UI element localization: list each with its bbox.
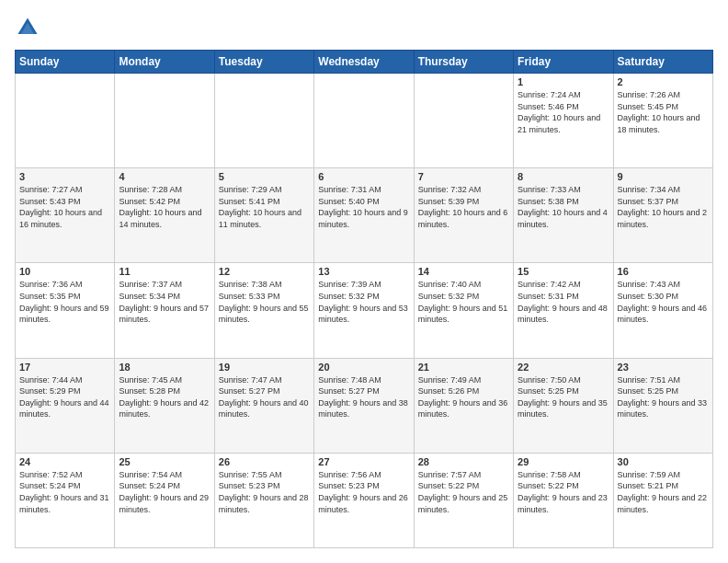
day-number: 15 <box>518 266 609 277</box>
day-cell: 12Sunrise: 7:38 AM Sunset: 5:33 PM Dayli… <box>214 263 313 358</box>
day-info: Sunrise: 7:51 AM Sunset: 5:25 PM Dayligh… <box>618 374 709 420</box>
day-cell: 2Sunrise: 7:26 AM Sunset: 5:45 PM Daylig… <box>613 74 712 168</box>
day-cell: 23Sunrise: 7:51 AM Sunset: 5:25 PM Dayli… <box>613 358 712 453</box>
day-info: Sunrise: 7:42 AM Sunset: 5:31 PM Dayligh… <box>518 279 609 325</box>
day-cell: 11Sunrise: 7:37 AM Sunset: 5:34 PM Dayli… <box>115 263 214 358</box>
day-number: 16 <box>618 266 709 277</box>
day-cell: 8Sunrise: 7:33 AM Sunset: 5:38 PM Daylig… <box>514 168 613 263</box>
day-info: Sunrise: 7:39 AM Sunset: 5:32 PM Dayligh… <box>318 279 409 325</box>
day-info: Sunrise: 7:59 AM Sunset: 5:21 PM Dayligh… <box>618 469 709 515</box>
day-number: 3 <box>19 171 110 182</box>
weekday-header-sunday: Sunday <box>16 51 115 74</box>
day-cell: 29Sunrise: 7:58 AM Sunset: 5:22 PM Dayli… <box>514 453 613 547</box>
day-number: 8 <box>518 171 609 182</box>
day-cell: 9Sunrise: 7:34 AM Sunset: 5:37 PM Daylig… <box>613 168 712 263</box>
day-cell: 14Sunrise: 7:40 AM Sunset: 5:32 PM Dayli… <box>414 263 513 358</box>
day-number: 13 <box>318 266 409 277</box>
day-cell: 26Sunrise: 7:55 AM Sunset: 5:23 PM Dayli… <box>214 453 313 547</box>
day-info: Sunrise: 7:44 AM Sunset: 5:29 PM Dayligh… <box>19 374 110 420</box>
day-info: Sunrise: 7:50 AM Sunset: 5:25 PM Dayligh… <box>518 374 609 420</box>
calendar: SundayMondayTuesdayWednesdayThursdayFrid… <box>15 50 713 548</box>
day-cell: 22Sunrise: 7:50 AM Sunset: 5:25 PM Dayli… <box>514 358 613 453</box>
day-info: Sunrise: 7:54 AM Sunset: 5:24 PM Dayligh… <box>119 469 210 515</box>
week-row-1: 1Sunrise: 7:24 AM Sunset: 5:46 PM Daylig… <box>16 74 713 168</box>
day-number: 9 <box>618 171 709 182</box>
weekday-header-saturday: Saturday <box>613 51 712 74</box>
weekday-header-thursday: Thursday <box>414 51 513 74</box>
day-info: Sunrise: 7:28 AM Sunset: 5:42 PM Dayligh… <box>119 184 210 230</box>
day-number: 24 <box>19 456 110 467</box>
day-info: Sunrise: 7:43 AM Sunset: 5:30 PM Dayligh… <box>618 279 709 325</box>
weekday-header-friday: Friday <box>514 51 613 74</box>
day-cell: 3Sunrise: 7:27 AM Sunset: 5:43 PM Daylig… <box>16 168 115 263</box>
week-row-2: 3Sunrise: 7:27 AM Sunset: 5:43 PM Daylig… <box>16 168 713 263</box>
day-info: Sunrise: 7:32 AM Sunset: 5:39 PM Dayligh… <box>418 184 509 230</box>
day-info: Sunrise: 7:45 AM Sunset: 5:28 PM Dayligh… <box>119 374 210 420</box>
page: SundayMondayTuesdayWednesdayThursdayFrid… <box>0 0 728 563</box>
day-number: 4 <box>119 171 210 182</box>
day-cell: 24Sunrise: 7:52 AM Sunset: 5:24 PM Dayli… <box>16 453 115 547</box>
week-row-5: 24Sunrise: 7:52 AM Sunset: 5:24 PM Dayli… <box>16 453 713 547</box>
day-number: 20 <box>318 362 409 373</box>
day-cell: 15Sunrise: 7:42 AM Sunset: 5:31 PM Dayli… <box>514 263 613 358</box>
day-number: 28 <box>418 456 509 467</box>
day-cell: 19Sunrise: 7:47 AM Sunset: 5:27 PM Dayli… <box>214 358 313 453</box>
day-info: Sunrise: 7:52 AM Sunset: 5:24 PM Dayligh… <box>19 469 110 515</box>
day-number: 14 <box>418 266 509 277</box>
day-cell: 25Sunrise: 7:54 AM Sunset: 5:24 PM Dayli… <box>115 453 214 547</box>
day-info: Sunrise: 7:49 AM Sunset: 5:26 PM Dayligh… <box>418 374 509 420</box>
day-info: Sunrise: 7:27 AM Sunset: 5:43 PM Dayligh… <box>19 184 110 230</box>
day-cell <box>115 74 214 168</box>
day-cell: 28Sunrise: 7:57 AM Sunset: 5:22 PM Dayli… <box>414 453 513 547</box>
day-number: 22 <box>518 362 609 373</box>
day-number: 19 <box>219 362 310 373</box>
day-info: Sunrise: 7:57 AM Sunset: 5:22 PM Dayligh… <box>418 469 509 515</box>
day-info: Sunrise: 7:40 AM Sunset: 5:32 PM Dayligh… <box>418 279 509 325</box>
day-cell <box>314 74 414 168</box>
day-number: 11 <box>119 266 210 277</box>
day-number: 7 <box>418 171 509 182</box>
day-number: 30 <box>618 456 709 467</box>
day-number: 6 <box>318 171 409 182</box>
day-number: 26 <box>219 456 310 467</box>
day-info: Sunrise: 7:33 AM Sunset: 5:38 PM Dayligh… <box>518 184 609 230</box>
day-info: Sunrise: 7:47 AM Sunset: 5:27 PM Dayligh… <box>219 374 310 420</box>
week-row-3: 10Sunrise: 7:36 AM Sunset: 5:35 PM Dayli… <box>16 263 713 358</box>
day-number: 1 <box>518 76 609 87</box>
day-number: 18 <box>119 362 210 373</box>
weekday-header-wednesday: Wednesday <box>314 51 414 74</box>
day-number: 25 <box>119 456 210 467</box>
day-info: Sunrise: 7:24 AM Sunset: 5:46 PM Dayligh… <box>518 89 609 135</box>
logo <box>15 15 44 40</box>
week-row-4: 17Sunrise: 7:44 AM Sunset: 5:29 PM Dayli… <box>16 358 713 453</box>
day-cell: 6Sunrise: 7:31 AM Sunset: 5:40 PM Daylig… <box>314 168 414 263</box>
day-cell: 20Sunrise: 7:48 AM Sunset: 5:27 PM Dayli… <box>314 358 414 453</box>
weekday-header-row: SundayMondayTuesdayWednesdayThursdayFrid… <box>16 51 713 74</box>
day-number: 5 <box>219 171 310 182</box>
day-info: Sunrise: 7:58 AM Sunset: 5:22 PM Dayligh… <box>518 469 609 515</box>
day-cell <box>16 74 115 168</box>
logo-icon <box>15 15 40 40</box>
day-number: 2 <box>618 76 709 87</box>
day-info: Sunrise: 7:34 AM Sunset: 5:37 PM Dayligh… <box>618 184 709 230</box>
day-info: Sunrise: 7:37 AM Sunset: 5:34 PM Dayligh… <box>119 279 210 325</box>
day-cell: 10Sunrise: 7:36 AM Sunset: 5:35 PM Dayli… <box>16 263 115 358</box>
day-cell <box>414 74 513 168</box>
day-info: Sunrise: 7:38 AM Sunset: 5:33 PM Dayligh… <box>219 279 310 325</box>
weekday-header-tuesday: Tuesday <box>214 51 313 74</box>
day-info: Sunrise: 7:36 AM Sunset: 5:35 PM Dayligh… <box>19 279 110 325</box>
day-cell: 27Sunrise: 7:56 AM Sunset: 5:23 PM Dayli… <box>314 453 414 547</box>
day-cell: 4Sunrise: 7:28 AM Sunset: 5:42 PM Daylig… <box>115 168 214 263</box>
day-info: Sunrise: 7:26 AM Sunset: 5:45 PM Dayligh… <box>618 89 709 135</box>
day-cell <box>214 74 313 168</box>
day-number: 21 <box>418 362 509 373</box>
day-number: 29 <box>518 456 609 467</box>
day-cell: 30Sunrise: 7:59 AM Sunset: 5:21 PM Dayli… <box>613 453 712 547</box>
day-info: Sunrise: 7:29 AM Sunset: 5:41 PM Dayligh… <box>219 184 310 230</box>
day-info: Sunrise: 7:31 AM Sunset: 5:40 PM Dayligh… <box>318 184 409 230</box>
day-cell: 21Sunrise: 7:49 AM Sunset: 5:26 PM Dayli… <box>414 358 513 453</box>
day-cell: 1Sunrise: 7:24 AM Sunset: 5:46 PM Daylig… <box>514 74 613 168</box>
day-info: Sunrise: 7:55 AM Sunset: 5:23 PM Dayligh… <box>219 469 310 515</box>
day-info: Sunrise: 7:48 AM Sunset: 5:27 PM Dayligh… <box>318 374 409 420</box>
day-cell: 17Sunrise: 7:44 AM Sunset: 5:29 PM Dayli… <box>16 358 115 453</box>
